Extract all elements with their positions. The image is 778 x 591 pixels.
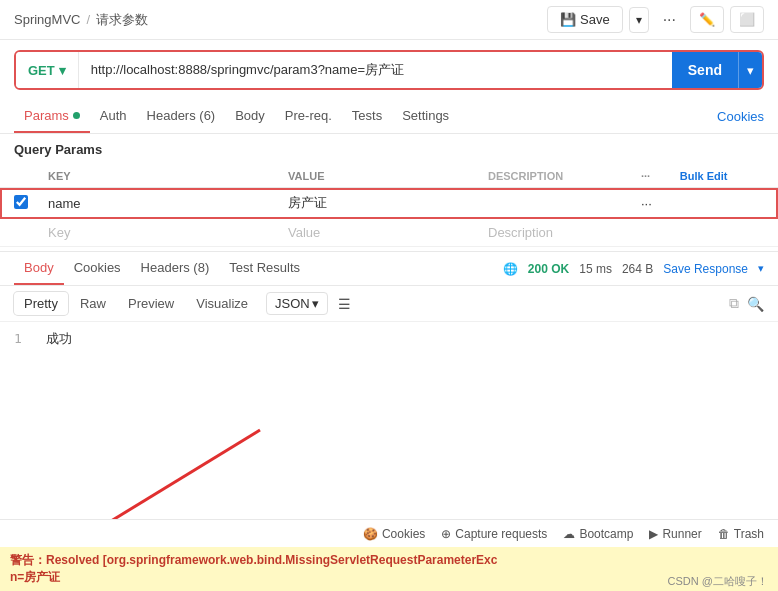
response-size: 264 B — [622, 262, 653, 276]
param-key-0[interactable]: name — [34, 188, 274, 219]
param-desc-0 — [474, 188, 627, 219]
filter-icon[interactable]: ☰ — [338, 296, 351, 312]
param-check-0[interactable] — [0, 188, 34, 219]
resp-tab-test-results[interactable]: Test Results — [219, 252, 310, 285]
param-row-0: name 房产证 ··· — [0, 188, 778, 219]
tab-settings-label: Settings — [402, 108, 449, 123]
tab-params[interactable]: Params — [14, 100, 90, 133]
fmt-raw-button[interactable]: Raw — [70, 292, 116, 315]
send-label: Send — [688, 62, 722, 78]
param-extra-0 — [666, 188, 778, 219]
fmt-visualize-button[interactable]: Visualize — [186, 292, 258, 315]
warning-content: 警告：Resolved [org.springframework.web.bin… — [10, 552, 497, 586]
capture-label: Capture requests — [455, 527, 547, 541]
method-label: GET — [28, 63, 55, 78]
param-check-new — [0, 219, 34, 247]
tab-headers[interactable]: Headers (6) — [137, 100, 226, 133]
bootcamp-label: Bootcamp — [579, 527, 633, 541]
tab-prereq-label: Pre-req. — [285, 108, 332, 123]
line-content-1: 成功 — [46, 331, 72, 346]
tab-auth-label: Auth — [100, 108, 127, 123]
bulk-edit-header[interactable]: Bulk Edit — [666, 165, 778, 188]
breadcrumb-sep: / — [86, 12, 90, 27]
trash-icon: 🗑 — [718, 527, 730, 541]
search-icon[interactable]: 🔍 — [747, 296, 764, 312]
params-table: KEY VALUE DESCRIPTION ··· Bulk Edit name… — [0, 165, 778, 247]
tab-prereq[interactable]: Pre-req. — [275, 100, 342, 133]
save-dropdown-button[interactable]: ▾ — [629, 7, 649, 33]
param-row-new: Key Value Description — [0, 219, 778, 247]
tab-auth[interactable]: Auth — [90, 100, 137, 133]
breadcrumb-app[interactable]: SpringMVC — [14, 12, 80, 27]
warning-bar: 警告：Resolved [org.springframework.web.bin… — [0, 547, 778, 591]
bootcamp-icon: ☁ — [563, 527, 575, 541]
lang-label: JSON — [275, 296, 310, 311]
format-bar: Pretty Raw Preview Visualize JSON ▾ ☰ ⧉ … — [0, 286, 778, 322]
cookies-bottom-icon: 🍪 — [363, 527, 378, 541]
save-label: Save — [580, 12, 610, 27]
cookies-link[interactable]: Cookies — [717, 109, 764, 124]
watermark: CSDN @二哈嗖子！ — [668, 574, 768, 589]
copy-icon[interactable]: ⧉ — [729, 295, 739, 312]
cookies-bottom-label: Cookies — [382, 527, 425, 541]
fmt-right-actions: ⧉ 🔍 — [729, 295, 764, 312]
tab-body[interactable]: Body — [225, 100, 275, 133]
param-value-0[interactable]: 房产证 — [274, 188, 474, 219]
response-tabs: Body Cookies Headers (8) Test Results 🌐 … — [0, 252, 778, 286]
more-options-button[interactable]: ··· — [655, 6, 684, 34]
save-button[interactable]: 💾 Save — [547, 6, 623, 33]
fmt-preview-button[interactable]: Preview — [118, 292, 184, 315]
globe-icon: 🌐 — [503, 262, 518, 276]
top-bar-actions: 💾 Save ▾ ··· ✏️ ⬜ — [547, 6, 764, 34]
layout-button[interactable]: ⬜ — [730, 6, 764, 33]
trash-label: Trash — [734, 527, 764, 541]
resp-tab-headers[interactable]: Headers (8) — [131, 252, 220, 285]
bottom-bar: 🍪 Cookies ⊕ Capture requests ☁ Bootcamp … — [0, 519, 778, 547]
breadcrumb: SpringMVC / 请求参数 — [14, 11, 148, 29]
method-select[interactable]: GET ▾ — [16, 52, 79, 88]
resp-tab-body[interactable]: Body — [14, 252, 64, 285]
save-response-arrow[interactable]: ▾ — [758, 262, 764, 275]
runner-label: Runner — [662, 527, 701, 541]
param-extra-new — [666, 219, 778, 247]
capture-icon: ⊕ — [441, 527, 451, 541]
warning-text-line2: n=房产证 — [10, 569, 497, 586]
cookies-bottom[interactable]: 🍪 Cookies — [363, 527, 425, 541]
send-button[interactable]: Send — [672, 52, 738, 88]
warning-text-line1: 警告：Resolved [org.springframework.web.bin… — [10, 552, 497, 569]
response-time: 15 ms — [579, 262, 612, 276]
lang-dropdown-icon: ▾ — [312, 296, 319, 311]
param-desc-new[interactable]: Description — [474, 219, 627, 247]
send-dropdown-button[interactable]: ▾ — [738, 52, 762, 88]
breadcrumb-page: 请求参数 — [96, 11, 148, 29]
fmt-pretty-button[interactable]: Pretty — [14, 292, 68, 315]
response-body: 1 成功 — [0, 322, 778, 372]
status-badge: 200 OK — [528, 262, 569, 276]
col-check — [0, 165, 34, 188]
runner-icon: ▶ — [649, 527, 658, 541]
trash[interactable]: 🗑 Trash — [718, 527, 764, 541]
save-response-button[interactable]: Save Response — [663, 262, 748, 276]
line-num-1: 1 — [14, 331, 22, 346]
resp-tab-cookies[interactable]: Cookies — [64, 252, 131, 285]
tab-headers-label: Headers (6) — [147, 108, 216, 123]
param-checkbox-0[interactable] — [14, 195, 28, 209]
top-bar: SpringMVC / 请求参数 💾 Save ▾ ··· ✏️ ⬜ — [0, 0, 778, 40]
capture-requests[interactable]: ⊕ Capture requests — [441, 527, 547, 541]
lang-select[interactable]: JSON ▾ — [266, 292, 328, 315]
param-dots-new — [627, 219, 666, 247]
runner[interactable]: ▶ Runner — [649, 527, 701, 541]
url-input[interactable] — [79, 63, 672, 78]
param-key-new[interactable]: Key — [34, 219, 274, 247]
tab-params-label: Params — [24, 108, 69, 123]
save-icon: 💾 — [560, 12, 576, 27]
edit-icon-button[interactable]: ✏️ — [690, 6, 724, 33]
param-value-new[interactable]: Value — [274, 219, 474, 247]
param-dots-0[interactable]: ··· — [627, 188, 666, 219]
bootcamp[interactable]: ☁ Bootcamp — [563, 527, 633, 541]
tab-tests[interactable]: Tests — [342, 100, 392, 133]
query-params-title: Query Params — [0, 134, 778, 165]
tab-tests-label: Tests — [352, 108, 382, 123]
request-tabs: Params Auth Headers (6) Body Pre-req. Te… — [0, 100, 778, 134]
tab-settings[interactable]: Settings — [392, 100, 459, 133]
